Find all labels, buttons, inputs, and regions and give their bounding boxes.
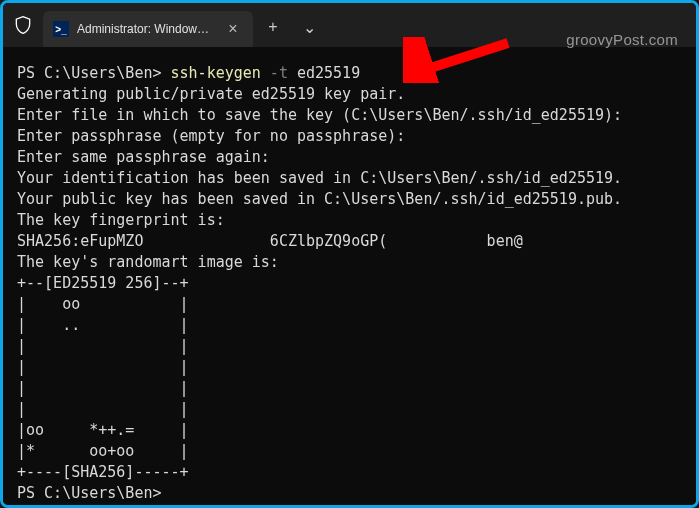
randomart-line: |* oo+oo |: [17, 442, 189, 460]
randomart-line: | |: [17, 379, 189, 397]
output-line: Enter passphrase (empty for no passphras…: [17, 127, 405, 145]
output-line: Enter file in which to save the key (C:\…: [17, 106, 622, 124]
terminal-output[interactable]: PS C:\Users\Ben> ssh-keygen -t ed25519 G…: [3, 47, 696, 505]
randomart-line: | |: [17, 337, 189, 355]
output-line: Your identification has been saved in C:…: [17, 169, 622, 187]
shield-icon: [13, 15, 33, 35]
prompt-line-2: PS C:\Users\Ben>: [17, 484, 162, 502]
new-tab-button[interactable]: +: [257, 11, 289, 43]
powershell-icon: >_: [53, 21, 69, 37]
output-line: Your public key has been saved in C:\Use…: [17, 190, 622, 208]
randomart-line: | |: [17, 400, 189, 418]
tab-title: Administrator: Windows Powe: [77, 22, 215, 36]
close-icon[interactable]: ×: [223, 20, 243, 38]
randomart-line: | .. |: [17, 316, 189, 334]
output-line: Generating public/private ed25519 key pa…: [17, 85, 405, 103]
output-line: Enter same passphrase again:: [17, 148, 270, 166]
output-line: SHA256:eFupMZO 6CZlbpZQ9oGP( ben@: [17, 232, 523, 250]
randomart-line: | |: [17, 358, 189, 376]
randomart-line: |oo *++.= |: [17, 421, 189, 439]
prompt-line-1: PS C:\Users\Ben> ssh-keygen -t ed25519: [17, 64, 360, 82]
randomart-line: | oo |: [17, 295, 189, 313]
tab-powershell[interactable]: >_ Administrator: Windows Powe ×: [43, 11, 253, 47]
watermark-text: groovyPost.com: [566, 31, 678, 48]
output-line: The key's randomart image is:: [17, 253, 279, 271]
randomart-line: +----[SHA256]-----+: [17, 463, 189, 481]
tab-dropdown-button[interactable]: ⌄: [293, 11, 325, 43]
output-line: The key fingerprint is:: [17, 211, 225, 229]
window-frame: >_ Administrator: Windows Powe × + ⌄ PS …: [0, 0, 699, 508]
randomart-line: +--[ED25519 256]--+: [17, 274, 189, 292]
